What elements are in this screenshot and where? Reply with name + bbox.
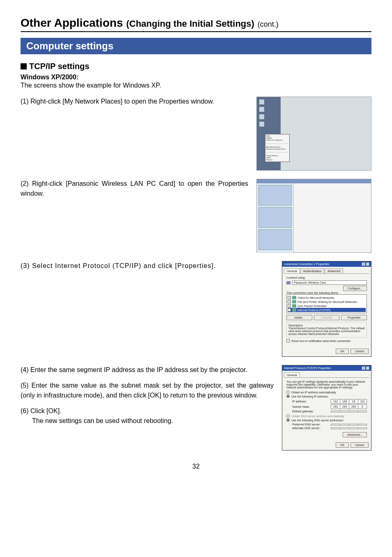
subheading-text: TCP/IP settings — [29, 62, 89, 71]
network-client-icon — [292, 296, 296, 299]
checkbox-icon[interactable]: ✓ — [288, 304, 291, 307]
section-bar: Computer settings — [21, 38, 371, 54]
radio-auto-dns-label: Obtain DNS server address automatically — [291, 415, 344, 418]
dialog-titlebar: Internet Protocol (TCP/IP) Properties — [282, 365, 371, 371]
sidebar-panel — [258, 229, 292, 250]
step-1: (1) Right-click [My Network Places] to o… — [21, 97, 248, 106]
file-print-icon — [292, 300, 296, 303]
tab-authentication[interactable]: Authentication — [300, 268, 324, 273]
checkbox-icon[interactable]: ✓ — [288, 296, 291, 299]
cancel-button[interactable]: Cancel — [350, 349, 369, 354]
configure-button[interactable]: Configure... — [343, 286, 367, 291]
os-line: Windows XP/2000: — [21, 74, 371, 81]
checkbox-icon[interactable]: ✓ — [288, 308, 291, 312]
help-icon[interactable] — [362, 262, 365, 266]
description-head: Description — [288, 324, 365, 327]
radio-use-dns-label: Use the following DNS server addresses: — [291, 419, 344, 422]
subnet-mask-label: Subnet mask: — [292, 405, 310, 408]
tab-general[interactable]: General — [284, 268, 300, 273]
help-icon[interactable] — [362, 366, 365, 370]
checkbox-icon[interactable]: ✓ — [288, 300, 291, 303]
radio-auto-dns — [286, 414, 290, 418]
page-number: 32 — [21, 463, 371, 470]
screenshot-network-connections — [256, 179, 371, 253]
context-menu-item[interactable]: Disconnect Network Drive... — [266, 148, 288, 150]
desktop-icon — [259, 114, 264, 119]
show-icon-label: Show icon in notification area when conn… — [291, 340, 350, 342]
sidebar-panel — [258, 207, 292, 228]
default-gateway-label: Default gateway: — [292, 410, 314, 413]
connection-item[interactable] — [296, 186, 341, 187]
context-menu-item[interactable]: Rename — [266, 159, 288, 161]
list-item-tcpip[interactable]: Internet Protocol (TCP/IP) — [297, 309, 331, 312]
radio-use-ip-label: Use the following IP address: — [291, 395, 329, 398]
properties-button[interactable]: Properties — [341, 315, 367, 320]
desktop-icon — [259, 99, 264, 104]
uninstall-button: Uninstall — [314, 315, 340, 320]
chapter-title-cont: (cont.) — [258, 20, 279, 28]
connect-using-label: Connect using: — [286, 276, 367, 279]
step-6a: (6) Click [OK]. — [21, 406, 274, 416]
dialog-title: Local Area Connection 2 Properties — [284, 263, 329, 266]
default-gateway-input[interactable] — [331, 411, 367, 412]
checkbox-icon[interactable] — [286, 339, 290, 342]
radio-auto-ip[interactable] — [286, 391, 290, 394]
subheading: TCP/IP settings — [21, 62, 371, 71]
dialog-titlebar: Local Area Connection 2 Properties — [282, 261, 371, 267]
alternate-dns-input[interactable] — [331, 428, 367, 429]
square-bullet-icon — [21, 63, 27, 69]
window-titlebar — [257, 179, 371, 183]
chapter-title-sub: (Changing the Initial Settings) — [126, 18, 254, 29]
desktop-icon — [259, 122, 264, 127]
ip-address-label: IP address: — [292, 400, 307, 403]
desktop-icon — [259, 107, 264, 112]
adapter-field: Panasonic Wireless Card — [292, 280, 367, 285]
tab-general[interactable]: General — [284, 372, 300, 377]
step-2: (2) Right-click [Panasonic Wireless LAN … — [21, 179, 248, 199]
step-6b: The new settings can be used without reb… — [21, 416, 274, 426]
dialog-title: Internet Protocol (TCP/IP) Properties — [284, 367, 331, 370]
preferred-dns-label: Preferred DNS server: — [292, 423, 321, 426]
alternate-dns-label: Alternate DNS server: — [292, 427, 320, 430]
screenshot-desktop: Open Explore Search for Computers... Map… — [256, 97, 371, 171]
install-button[interactable]: Install... — [286, 315, 312, 320]
step-3: (3) Select Internet Protocol (TCP/IP) an… — [21, 261, 274, 271]
screenshot-lan-properties: Local Area Connection 2 Properties Gener… — [282, 261, 371, 357]
advanced-button[interactable]: Advanced... — [343, 432, 367, 437]
step-5: (5) Enter the same value as the subnet m… — [21, 381, 274, 400]
tcpip-icon — [292, 308, 296, 312]
adapter-icon — [286, 281, 291, 284]
subnet-mask-input[interactable]: 255 255 255 0 — [331, 404, 367, 409]
list-item[interactable]: File and Printer Sharing for Microsoft N… — [297, 300, 357, 303]
uses-items-label: This connection uses the following items… — [286, 291, 367, 294]
close-icon[interactable] — [366, 366, 369, 370]
chapter-title-main: Other Applications — [21, 16, 123, 29]
sidebar-panel — [258, 185, 292, 206]
tab-advanced[interactable]: Advanced — [325, 268, 343, 273]
chapter-title: Other Applications (Changing the Initial… — [21, 16, 371, 30]
list-item[interactable]: Client for Microsoft Networks — [297, 296, 334, 299]
ok-button[interactable]: OK — [336, 442, 349, 448]
context-menu-item[interactable]: Search for Computers... — [266, 139, 288, 141]
context-menu[interactable]: Open Explore Search for Computers... Map… — [265, 134, 290, 162]
radio-use-dns[interactable] — [286, 418, 290, 422]
radio-auto-ip-label: Obtain an IP address automatically — [291, 391, 336, 394]
blurb: You can get IP settings assigned automat… — [286, 380, 367, 389]
screenshot-tcpip-properties: Internet Protocol (TCP/IP) Properties Ge… — [282, 365, 371, 451]
items-listbox[interactable]: ✓Client for Microsoft Networks ✓File and… — [286, 294, 367, 313]
intro-text: The screens show the example for Windows… — [21, 82, 371, 89]
cancel-button[interactable]: Cancel — [350, 442, 369, 448]
step-4: (4) Enter the same segment IP address as… — [21, 365, 274, 375]
qos-icon — [292, 304, 296, 307]
ip-address-input[interactable]: 192 168 10 101 — [331, 399, 367, 404]
ok-button[interactable]: OK — [336, 349, 349, 354]
description-body: Transmission Control Protocol/Internet P… — [288, 327, 365, 335]
close-icon[interactable] — [366, 262, 369, 266]
radio-use-ip[interactable] — [286, 395, 290, 398]
preferred-dns-input[interactable] — [331, 424, 367, 425]
list-item[interactable]: QoS Packet Scheduler — [297, 305, 327, 307]
